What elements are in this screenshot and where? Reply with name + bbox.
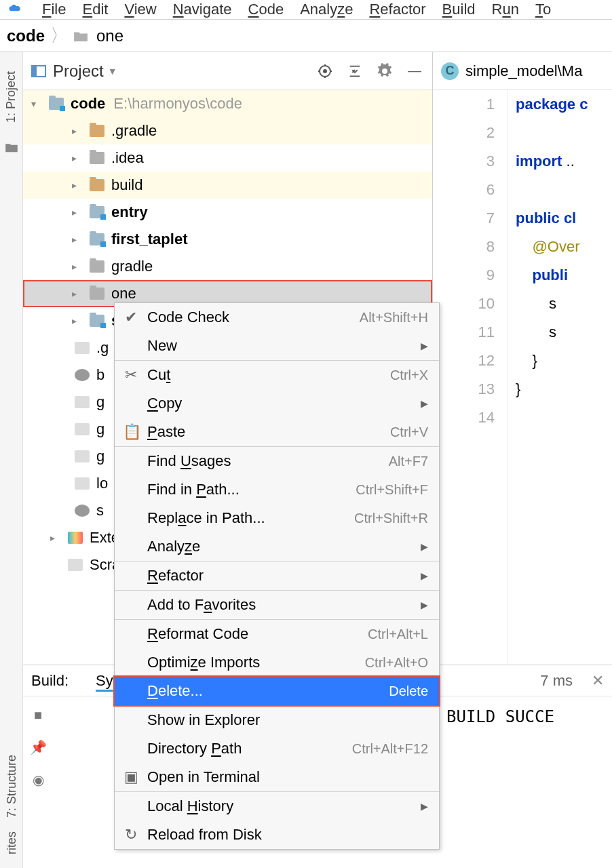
breadcrumb-separator-icon: 〉 [50,24,68,47]
app-logo-icon [7,0,26,19]
menu-analyze[interactable]: Analyze▶ [115,532,439,561]
file-icon [75,396,90,408]
menu-view[interactable]: View [124,1,156,18]
target-icon[interactable] [315,62,334,81]
menu-replace-in-path[interactable]: Replace in Path...Ctrl+Shift+R [115,504,439,532]
chevron-right-icon: ▶ [421,599,428,610]
gradle-icon [75,505,90,517]
check-icon: ✔ [123,309,139,326]
menu-reload-disk[interactable]: ↻Reload from Disk [115,821,439,849]
folder-icon [90,125,104,137]
chevron-right-icon: ▶ [421,801,428,812]
tree-item-gradle[interactable]: ▸.gradle [23,117,432,144]
chevron-right-icon[interactable]: ▸ [72,226,84,253]
folder-icon [90,260,104,273]
chevron-right-icon[interactable]: ▸ [72,199,84,226]
menu-build[interactable]: Build [442,1,476,18]
menu-optimize-imports[interactable]: Optimize ImportsCtrl+Alt+O [115,648,439,677]
chevron-right-icon[interactable]: ▸ [72,280,84,307]
file-icon [75,450,90,462]
chevron-right-icon: ▶ [421,398,428,409]
libraries-icon [68,532,83,544]
scratch-icon [68,559,83,571]
chevron-right-icon[interactable]: ▸ [72,253,84,280]
editor-tab[interactable]: C simple_model\Ma [433,52,612,90]
menu-find-in-path[interactable]: Find in Path...Ctrl+Shift+F [115,475,439,504]
chevron-right-icon: ▶ [421,340,428,351]
menu-favorites[interactable]: Add to Favorites▶ [115,591,439,619]
menu-new[interactable]: New▶ [115,332,439,360]
chevron-right-icon: ▶ [421,570,428,581]
breadcrumb-leaf[interactable]: one [96,26,123,45]
file-icon [75,477,90,490]
chevron-right-icon: ▶ [421,541,428,552]
menu-code[interactable]: Code [248,1,284,18]
menu-open-terminal[interactable]: ▣Open in Terminal [115,763,439,791]
build-title: Build: [31,672,69,690]
folder-icon [49,98,64,110]
menu-directory-path[interactable]: Directory PathCtrl+Alt+F12 [115,734,439,763]
project-view-title[interactable]: Project [53,62,104,81]
menu-paste[interactable]: 📋PasteCtrl+V [115,418,439,446]
build-tool-column: ■ 📌 ◉ [23,696,53,868]
menu-run[interactable]: Run [492,1,519,18]
close-icon[interactable]: ✕ [592,672,604,690]
gradle-icon [75,369,90,381]
dropdown-icon[interactable]: ▼ [108,66,117,77]
tree-item-entry[interactable]: ▸entry [23,199,432,226]
tree-item-build[interactable]: ▸build [23,172,432,199]
menu-local-history[interactable]: Local History▶ [115,792,439,821]
menu-cut[interactable]: ✂CutCtrl+X [115,361,439,389]
menu-navigate[interactable]: Navigate [173,1,232,18]
menu-copy[interactable]: Copy▶ [115,389,439,418]
folder-icon [90,288,104,300]
folder-icon [90,233,104,245]
folder-icon [90,179,104,191]
gear-icon[interactable] [375,62,394,81]
chevron-right-icon[interactable]: ▸ [50,524,62,551]
menu-refactor[interactable]: Refactor [369,1,425,18]
folder-icon [90,315,104,327]
tree-item-idea[interactable]: ▸.idea [23,144,432,172]
tab-project[interactable]: 1: Project [4,66,18,128]
breadcrumb-root[interactable]: code [7,26,45,45]
chevron-down-icon[interactable]: ▾ [31,90,43,117]
terminal-icon: ▣ [123,768,139,786]
minimize-icon[interactable]: — [405,62,424,81]
menu-show-explorer[interactable]: Show in Explorer [115,706,439,734]
menu-reformat[interactable]: Reformat CodeCtrl+Alt+L [115,620,439,648]
menu-find-usages[interactable]: Find UsagesAlt+F7 [115,447,439,475]
folder-icon [90,206,104,218]
chevron-right-icon[interactable]: ▸ [72,172,84,199]
editor-tab-label: simple_model\Ma [465,62,582,80]
menu-code-check[interactable]: ✔Code CheckAlt+Shift+H [115,303,439,332]
folder-icon [73,30,88,42]
menu-analyze[interactable]: Analyze [300,1,353,18]
chevron-right-icon[interactable]: ▸ [72,144,84,172]
collapse-icon[interactable] [345,62,364,81]
tab-favorites[interactable]: rites [5,831,19,854]
tree-item-gradle2[interactable]: ▸gradle [23,253,432,280]
breadcrumb: code 〉 one [0,20,612,52]
chevron-right-icon[interactable]: ▸ [72,307,84,334]
build-tab-sync[interactable]: Sy [96,672,113,690]
pin-icon[interactable]: 📌 [30,739,47,755]
menu-tools[interactable]: To [535,1,551,18]
tab-structure[interactable]: 7: Structure [5,755,19,818]
menu-edit[interactable]: Edit [82,1,108,18]
paste-icon: 📋 [123,423,139,441]
chevron-right-icon[interactable]: ▸ [72,117,84,144]
folder-icon [5,142,18,153]
class-icon: C [441,62,459,80]
eye-icon[interactable]: ◉ [33,772,44,788]
menu-delete[interactable]: Delete...Delete [115,677,439,705]
context-menu: ✔Code CheckAlt+Shift+H New▶ ✂CutCtrl+X C… [114,302,440,850]
tree-item-first-taplet[interactable]: ▸first_taplet [23,226,432,253]
file-icon [75,423,90,435]
stop-icon[interactable]: ■ [34,707,42,723]
project-view-icon [31,65,46,77]
tree-root[interactable]: ▾ code E:\harmonyos\code [23,90,432,117]
project-panel-header: Project ▼ — [23,52,432,90]
menu-refactor[interactable]: Refactor▶ [115,561,439,590]
menu-file[interactable]: File [42,1,66,18]
